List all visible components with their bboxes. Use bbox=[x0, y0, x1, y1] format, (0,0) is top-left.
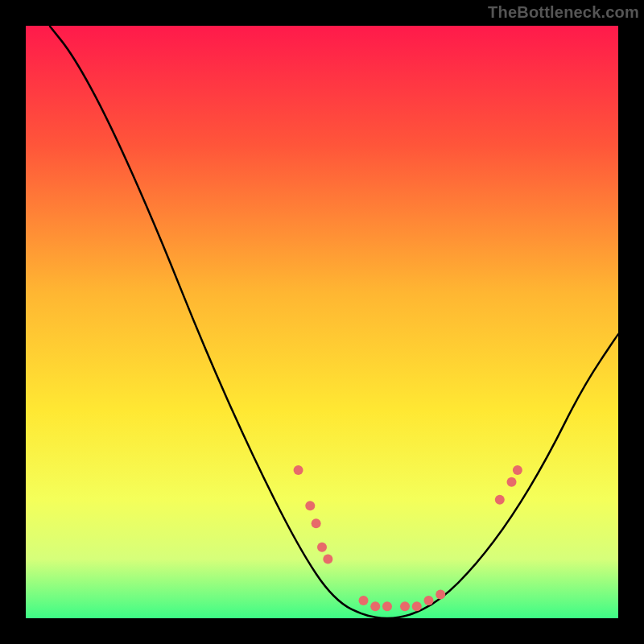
marker-dot bbox=[400, 601, 410, 611]
gradient-background bbox=[26, 26, 618, 618]
marker-dot bbox=[412, 601, 422, 611]
marker-dot bbox=[323, 554, 332, 564]
marker-dot bbox=[513, 465, 522, 475]
chart-frame: TheBottleneck.com bbox=[0, 0, 644, 644]
marker-dot bbox=[507, 477, 517, 487]
marker-dot bbox=[370, 601, 380, 611]
marker-dot bbox=[312, 518, 321, 528]
marker-dot bbox=[495, 495, 505, 505]
marker-dot bbox=[317, 543, 327, 552]
marker-dot bbox=[294, 465, 303, 475]
chart-svg bbox=[26, 26, 618, 618]
plot-area bbox=[26, 26, 618, 618]
marker-dot bbox=[436, 590, 445, 600]
marker-dot bbox=[382, 601, 392, 611]
marker-dot bbox=[305, 501, 315, 510]
watermark-text: TheBottleneck.com bbox=[488, 3, 639, 22]
marker-dot bbox=[423, 596, 433, 605]
marker-dot bbox=[359, 596, 369, 605]
